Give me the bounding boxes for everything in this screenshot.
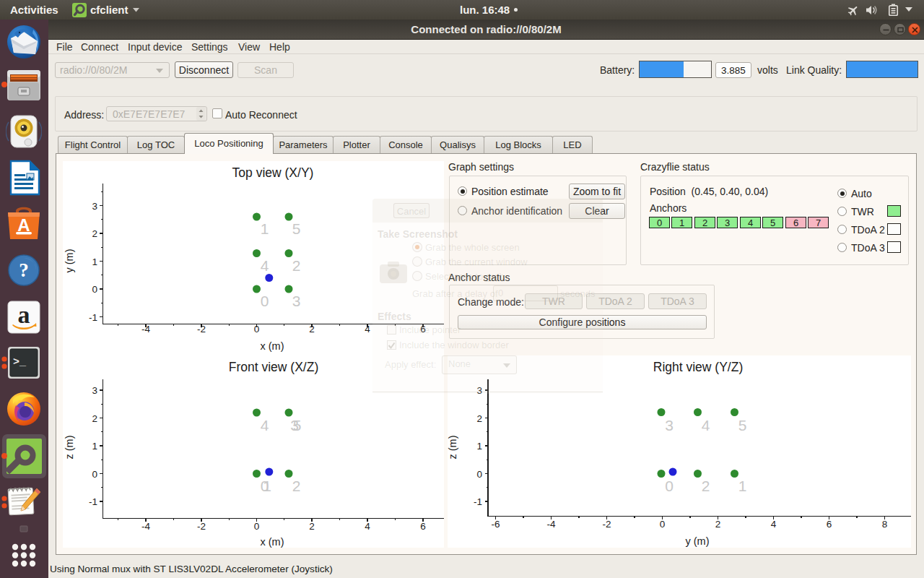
svg-text:Top view (X/Y): Top view (X/Y)	[232, 165, 314, 180]
svg-text:2: 2	[292, 257, 301, 274]
svg-text:4: 4	[771, 519, 777, 530]
svg-text:4: 4	[365, 324, 370, 335]
svg-text:-2: -2	[602, 519, 611, 530]
svg-text:x (m): x (m)	[260, 536, 284, 548]
svg-text:2: 2	[92, 413, 97, 424]
svg-text:0: 0	[665, 478, 674, 494]
svg-text:8: 8	[882, 519, 888, 530]
svg-text:3: 3	[665, 417, 674, 434]
svg-text:?: ?	[19, 259, 29, 281]
svg-text:A: A	[17, 215, 30, 235]
svg-text:2: 2	[292, 478, 301, 494]
svg-text:-1: -1	[474, 496, 482, 507]
svg-text:0: 0	[92, 469, 97, 480]
svg-text:6: 6	[420, 521, 426, 532]
svg-text:1: 1	[476, 441, 482, 452]
svg-text:1: 1	[263, 478, 271, 494]
svg-text:1: 1	[92, 441, 97, 452]
svg-text:1: 1	[261, 220, 269, 237]
svg-text:2: 2	[476, 413, 482, 424]
svg-text:2: 2	[702, 478, 710, 494]
svg-text:z (m): z (m)	[448, 435, 458, 459]
svg-text:0: 0	[261, 293, 269, 309]
svg-text:0: 0	[476, 469, 482, 480]
svg-text:-2: -2	[197, 521, 206, 532]
svg-text:4: 4	[365, 521, 370, 532]
svg-text:6: 6	[827, 519, 832, 530]
svg-text:4: 4	[261, 257, 269, 274]
svg-text:Front view (X/Z): Front view (X/Z)	[229, 360, 318, 374]
svg-text:-4: -4	[141, 324, 150, 335]
svg-text:Right view (Y/Z): Right view (Y/Z)	[653, 360, 743, 374]
svg-text:-1: -1	[89, 496, 97, 507]
svg-text:>_: >_	[13, 356, 27, 368]
svg-text:y (m): y (m)	[64, 249, 75, 272]
svg-text:3: 3	[292, 293, 301, 309]
svg-text:2: 2	[92, 228, 97, 239]
svg-text:x (m): x (m)	[260, 340, 284, 352]
svg-text:3: 3	[92, 201, 97, 212]
svg-text:4: 4	[702, 417, 710, 434]
svg-text:0: 0	[254, 521, 260, 532]
svg-text:-1: -1	[89, 312, 97, 323]
svg-text:z (m): z (m)	[64, 435, 75, 459]
svg-text:5: 5	[292, 220, 301, 237]
svg-text:3: 3	[92, 385, 97, 396]
svg-text:1: 1	[738, 478, 747, 494]
svg-text:a: a	[18, 301, 30, 328]
svg-text:2: 2	[309, 521, 315, 532]
svg-text:2: 2	[309, 324, 315, 335]
svg-text:0: 0	[254, 324, 260, 335]
svg-text:-6: -6	[491, 519, 500, 530]
svg-text:0: 0	[92, 284, 97, 295]
svg-text:5: 5	[293, 417, 302, 434]
svg-text:4: 4	[261, 417, 269, 434]
svg-text:1: 1	[92, 256, 97, 267]
svg-text:-4: -4	[546, 519, 555, 530]
svg-text:0: 0	[660, 519, 666, 530]
svg-text:-4: -4	[141, 521, 150, 532]
svg-text:y (m): y (m)	[685, 535, 709, 547]
svg-text:5: 5	[738, 417, 747, 434]
svg-text:-2: -2	[197, 324, 206, 335]
svg-text:2: 2	[715, 519, 721, 530]
